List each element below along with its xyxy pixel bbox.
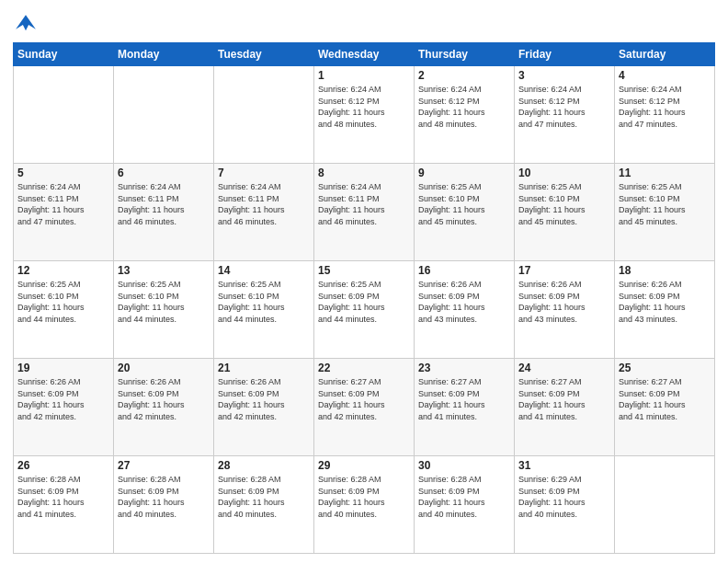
logo-icon [13, 9, 39, 35]
calendar-cell: 10Sunrise: 6:25 AM Sunset: 6:10 PM Dayli… [515, 164, 615, 261]
day-info: Sunrise: 6:27 AM Sunset: 6:09 PM Dayligh… [318, 376, 410, 422]
day-number: 8 [318, 167, 410, 179]
day-info: Sunrise: 6:24 AM Sunset: 6:11 PM Dayligh… [318, 181, 410, 227]
day-info: Sunrise: 6:24 AM Sunset: 6:12 PM Dayligh… [619, 84, 711, 130]
weekday-header: Sunday [14, 43, 114, 66]
day-info: Sunrise: 6:28 AM Sunset: 6:09 PM Dayligh… [118, 474, 210, 520]
day-number: 26 [17, 459, 109, 472]
day-info: Sunrise: 6:24 AM Sunset: 6:12 PM Dayligh… [518, 84, 610, 130]
day-info: Sunrise: 6:24 AM Sunset: 6:11 PM Dayligh… [218, 181, 310, 227]
day-info: Sunrise: 6:25 AM Sunset: 6:10 PM Dayligh… [619, 181, 711, 227]
weekday-header: Monday [114, 43, 214, 66]
day-info: Sunrise: 6:25 AM Sunset: 6:10 PM Dayligh… [518, 181, 610, 227]
calendar-cell: 8Sunrise: 6:24 AM Sunset: 6:11 PM Daylig… [314, 164, 415, 261]
day-info: Sunrise: 6:26 AM Sunset: 6:09 PM Dayligh… [619, 279, 711, 325]
calendar-cell: 5Sunrise: 6:24 AM Sunset: 6:11 PM Daylig… [14, 164, 114, 261]
weekday-header: Friday [515, 43, 615, 66]
calendar-cell: 11Sunrise: 6:25 AM Sunset: 6:10 PM Dayli… [615, 164, 715, 261]
day-number: 7 [218, 167, 310, 179]
calendar-week-row: 5Sunrise: 6:24 AM Sunset: 6:11 PM Daylig… [14, 164, 715, 261]
day-info: Sunrise: 6:27 AM Sunset: 6:09 PM Dayligh… [418, 376, 510, 422]
calendar-cell: 28Sunrise: 6:28 AM Sunset: 6:09 PM Dayli… [214, 456, 314, 554]
day-info: Sunrise: 6:26 AM Sunset: 6:09 PM Dayligh… [418, 279, 510, 325]
day-info: Sunrise: 6:28 AM Sunset: 6:09 PM Dayligh… [318, 474, 410, 520]
calendar-week-row: 26Sunrise: 6:28 AM Sunset: 6:09 PM Dayli… [14, 456, 715, 554]
day-info: Sunrise: 6:29 AM Sunset: 6:09 PM Dayligh… [518, 474, 610, 520]
day-number: 25 [619, 362, 711, 374]
calendar-cell: 17Sunrise: 6:26 AM Sunset: 6:09 PM Dayli… [515, 261, 615, 359]
calendar-cell: 3Sunrise: 6:24 AM Sunset: 6:12 PM Daylig… [515, 66, 615, 164]
day-info: Sunrise: 6:26 AM Sunset: 6:09 PM Dayligh… [218, 376, 310, 422]
day-info: Sunrise: 6:24 AM Sunset: 6:11 PM Dayligh… [118, 181, 210, 227]
day-number: 2 [418, 69, 510, 82]
day-number: 5 [17, 167, 109, 179]
day-info: Sunrise: 6:28 AM Sunset: 6:09 PM Dayligh… [218, 474, 310, 520]
day-number: 12 [17, 264, 109, 277]
day-number: 22 [318, 362, 410, 374]
svg-marker-0 [16, 15, 36, 30]
day-info: Sunrise: 6:25 AM Sunset: 6:10 PM Dayligh… [17, 279, 109, 325]
calendar-cell: 31Sunrise: 6:29 AM Sunset: 6:09 PM Dayli… [515, 456, 615, 554]
calendar-cell: 9Sunrise: 6:25 AM Sunset: 6:10 PM Daylig… [415, 164, 515, 261]
day-info: Sunrise: 6:25 AM Sunset: 6:10 PM Dayligh… [218, 279, 310, 325]
day-number: 15 [318, 264, 410, 277]
day-number: 28 [218, 459, 310, 472]
day-number: 13 [118, 264, 210, 277]
calendar-cell: 24Sunrise: 6:27 AM Sunset: 6:09 PM Dayli… [515, 359, 615, 456]
day-number: 19 [17, 362, 109, 374]
header [13, 9, 715, 35]
calendar-cell: 2Sunrise: 6:24 AM Sunset: 6:12 PM Daylig… [415, 66, 515, 164]
page: SundayMondayTuesdayWednesdayThursdayFrid… [0, 0, 728, 563]
day-number: 31 [518, 459, 610, 472]
calendar-cell: 20Sunrise: 6:26 AM Sunset: 6:09 PM Dayli… [114, 359, 214, 456]
weekday-header: Wednesday [314, 43, 415, 66]
day-number: 20 [118, 362, 210, 374]
day-number: 24 [518, 362, 610, 374]
calendar-cell: 26Sunrise: 6:28 AM Sunset: 6:09 PM Dayli… [14, 456, 114, 554]
day-number: 23 [418, 362, 510, 374]
day-number: 29 [318, 459, 410, 472]
calendar-week-row: 1Sunrise: 6:24 AM Sunset: 6:12 PM Daylig… [14, 66, 715, 164]
day-info: Sunrise: 6:28 AM Sunset: 6:09 PM Dayligh… [17, 474, 109, 520]
day-info: Sunrise: 6:26 AM Sunset: 6:09 PM Dayligh… [118, 376, 210, 422]
calendar-cell: 19Sunrise: 6:26 AM Sunset: 6:09 PM Dayli… [14, 359, 114, 456]
calendar-week-row: 19Sunrise: 6:26 AM Sunset: 6:09 PM Dayli… [14, 359, 715, 456]
day-info: Sunrise: 6:26 AM Sunset: 6:09 PM Dayligh… [17, 376, 109, 422]
weekday-header: Saturday [615, 43, 715, 66]
calendar-cell: 23Sunrise: 6:27 AM Sunset: 6:09 PM Dayli… [415, 359, 515, 456]
calendar-cell: 12Sunrise: 6:25 AM Sunset: 6:10 PM Dayli… [14, 261, 114, 359]
day-number: 4 [619, 69, 711, 82]
weekday-header: Thursday [415, 43, 515, 66]
day-number: 11 [619, 167, 711, 179]
calendar-cell: 29Sunrise: 6:28 AM Sunset: 6:09 PM Dayli… [314, 456, 415, 554]
calendar-cell: 1Sunrise: 6:24 AM Sunset: 6:12 PM Daylig… [314, 66, 415, 164]
day-number: 9 [418, 167, 510, 179]
calendar-cell: 25Sunrise: 6:27 AM Sunset: 6:09 PM Dayli… [615, 359, 715, 456]
day-info: Sunrise: 6:25 AM Sunset: 6:10 PM Dayligh… [418, 181, 510, 227]
day-number: 30 [418, 459, 510, 472]
day-info: Sunrise: 6:27 AM Sunset: 6:09 PM Dayligh… [518, 376, 610, 422]
day-number: 3 [518, 69, 610, 82]
calendar-cell: 18Sunrise: 6:26 AM Sunset: 6:09 PM Dayli… [615, 261, 715, 359]
day-number: 18 [619, 264, 711, 277]
day-info: Sunrise: 6:25 AM Sunset: 6:09 PM Dayligh… [318, 279, 410, 325]
calendar-cell: 30Sunrise: 6:28 AM Sunset: 6:09 PM Dayli… [415, 456, 515, 554]
calendar-cell: 4Sunrise: 6:24 AM Sunset: 6:12 PM Daylig… [615, 66, 715, 164]
day-number: 14 [218, 264, 310, 277]
calendar-cell: 13Sunrise: 6:25 AM Sunset: 6:10 PM Dayli… [114, 261, 214, 359]
calendar-cell: 15Sunrise: 6:25 AM Sunset: 6:09 PM Dayli… [314, 261, 415, 359]
day-info: Sunrise: 6:24 AM Sunset: 6:12 PM Dayligh… [418, 84, 510, 130]
day-number: 1 [318, 69, 410, 82]
day-number: 10 [518, 167, 610, 179]
day-number: 6 [118, 167, 210, 179]
day-number: 16 [418, 264, 510, 277]
calendar-cell: 27Sunrise: 6:28 AM Sunset: 6:09 PM Dayli… [114, 456, 214, 554]
calendar-cell: 21Sunrise: 6:26 AM Sunset: 6:09 PM Dayli… [214, 359, 314, 456]
weekday-header: Tuesday [214, 43, 314, 66]
calendar-cell: 14Sunrise: 6:25 AM Sunset: 6:10 PM Dayli… [214, 261, 314, 359]
calendar-header-row: SundayMondayTuesdayWednesdayThursdayFrid… [14, 43, 715, 66]
calendar-cell [114, 66, 214, 164]
calendar-cell: 6Sunrise: 6:24 AM Sunset: 6:11 PM Daylig… [114, 164, 214, 261]
day-number: 21 [218, 362, 310, 374]
day-info: Sunrise: 6:24 AM Sunset: 6:12 PM Dayligh… [318, 84, 410, 130]
